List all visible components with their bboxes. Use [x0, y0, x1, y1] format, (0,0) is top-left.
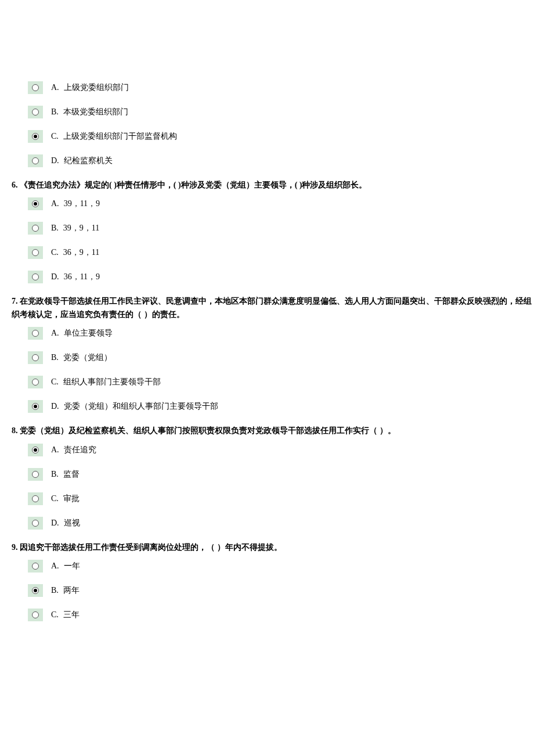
option-text: 两年 [63, 585, 80, 596]
option-text: 组织人事部门主要领导干部 [63, 377, 161, 387]
option-text: 监督 [63, 469, 80, 480]
question: 9. 因追究干部选拔任用工作责任受到调离岗位处理的，（ ）年内不得提拔。 [0, 541, 534, 554]
radio-circle-icon [32, 84, 39, 91]
option-letter: B. [51, 107, 59, 117]
option-row: D. 巡视 [0, 517, 534, 530]
option-text: 上级党委组织部门干部监督机构 [63, 131, 177, 142]
radio-button[interactable] [28, 197, 43, 210]
option-letter: D. [51, 272, 59, 282]
option-row: B. 39，9，11 [0, 222, 534, 235]
radio-button[interactable] [28, 327, 43, 340]
option-letter: D. [51, 519, 59, 528]
question-number: 6. [12, 181, 18, 189]
option-row: A. 责任追究 [0, 444, 534, 456]
radio-button[interactable] [28, 222, 43, 235]
option-letter: A. [51, 329, 59, 338]
option-letter: C. [51, 248, 59, 257]
option-text: 36，11，9 [64, 272, 100, 282]
option-text: 审批 [63, 494, 80, 504]
question-text: 6. 《责任追究办法》规定的( )种责任情形中，( )种涉及党委（党组）主要领导… [0, 179, 534, 192]
radio-dot-icon [34, 589, 37, 592]
option-row: C. 36，9，11 [0, 246, 534, 259]
option-text: 一年 [64, 561, 80, 571]
option-row: C. 审批 [0, 492, 534, 505]
radio-button[interactable] [28, 376, 43, 388]
question-text: 8. 党委（党组）及纪检监察机关、组织人事部门按照职责权限负责对党政领导干部选拔… [0, 424, 534, 437]
option-text: 纪检监察机关 [64, 156, 113, 166]
options-list: A. 单位主要领导B. 党委（党组）C. 组织人事部门主要领导干部D. 党委（党… [0, 327, 534, 413]
option-letter: B. [51, 470, 59, 479]
radio-circle-icon [32, 157, 39, 164]
option-row: A. 一年 [0, 560, 534, 573]
question-body: 《责任追究办法》规定的( )种责任情形中，( )种涉及党委（党组）主要领导，( … [18, 181, 367, 189]
option-row: D. 纪检监察机关 [0, 154, 534, 167]
option-letter: B. [51, 586, 59, 595]
option-text: 单位主要领导 [64, 328, 113, 339]
option-row: C. 上级党委组织部门干部监督机构 [0, 130, 534, 143]
radio-dot-icon [34, 135, 37, 138]
radio-button[interactable] [28, 560, 43, 573]
option-letter: C. [51, 494, 59, 503]
radio-circle-icon [32, 520, 39, 527]
radio-button[interactable] [28, 106, 43, 118]
option-letter: B. [51, 224, 59, 233]
radio-button[interactable] [28, 130, 43, 143]
option-letter: C. [51, 377, 59, 387]
option-row: D. 党委（党组）和组织人事部门主要领导干部 [0, 400, 534, 413]
option-letter: C. [51, 610, 59, 620]
radio-circle-icon [32, 109, 39, 116]
option-text: 党委（党组）和组织人事部门主要领导干部 [64, 401, 218, 412]
question: 6. 《责任追究办法》规定的( )种责任情形中，( )种涉及党委（党组）主要领导… [0, 179, 534, 192]
option-letter: D. [51, 402, 59, 411]
radio-circle-icon [32, 403, 39, 410]
question: 8. 党委（党组）及纪检监察机关、组织人事部门按照职责权限负责对党政领导干部选拔… [0, 424, 534, 437]
radio-circle-icon [32, 587, 39, 594]
question-number: 8. [12, 426, 18, 435]
radio-circle-icon [32, 354, 39, 361]
question-number: 9. [12, 543, 18, 552]
option-row: B. 党委（党组） [0, 351, 534, 364]
radio-circle-icon [32, 133, 39, 140]
option-letter: A. [51, 83, 59, 92]
radio-button[interactable] [28, 246, 43, 259]
option-row: C. 三年 [0, 609, 534, 621]
option-letter: A. [51, 561, 59, 571]
radio-circle-icon [32, 447, 39, 453]
option-letter: C. [51, 132, 59, 141]
radio-dot-icon [34, 202, 37, 206]
radio-button[interactable] [28, 400, 43, 413]
radio-button[interactable] [28, 584, 43, 597]
question: 7. 在党政领导干部选拔任用工作民主评议、民意调查中，本地区本部门群众满意度明显… [0, 295, 534, 321]
radio-circle-icon [32, 611, 39, 618]
radio-button[interactable] [28, 271, 43, 283]
radio-dot-icon [34, 405, 37, 408]
question-body: 因追究干部选拔任用工作责任受到调离岗位处理的，（ ）年内不得提拔。 [18, 543, 282, 552]
radio-button[interactable] [28, 492, 43, 505]
option-row: A. 单位主要领导 [0, 327, 534, 340]
radio-circle-icon [32, 225, 39, 232]
radio-button[interactable] [28, 517, 43, 530]
option-text: 巡视 [64, 518, 80, 528]
options-list: A. 责任追究B. 监督C. 审批D. 巡视 [0, 444, 534, 530]
radio-button[interactable] [28, 468, 43, 481]
option-row: A. 上级党委组织部门 [0, 81, 534, 94]
option-row: D. 36，11，9 [0, 271, 534, 283]
radio-circle-icon [32, 200, 39, 207]
radio-button[interactable] [28, 81, 43, 94]
option-text: 本级党委组织部门 [63, 107, 128, 117]
radio-button[interactable] [28, 351, 43, 364]
radio-circle-icon [32, 495, 39, 502]
option-text: 36，9，11 [63, 247, 99, 258]
radio-button[interactable] [28, 154, 43, 167]
radio-button[interactable] [28, 609, 43, 621]
option-row: C. 组织人事部门主要领导干部 [0, 376, 534, 388]
option-row: B. 两年 [0, 584, 534, 597]
option-text: 党委（党组） [63, 352, 112, 363]
radio-button[interactable] [28, 444, 43, 456]
radio-circle-icon [32, 563, 39, 570]
option-letter: A. [51, 445, 59, 455]
question-text: 7. 在党政领导干部选拔任用工作民主评议、民意调查中，本地区本部门群众满意度明显… [0, 295, 534, 321]
question-text: 9. 因追究干部选拔任用工作责任受到调离岗位处理的，（ ）年内不得提拔。 [0, 541, 534, 554]
options-list: A. 39，11，9B. 39，9，11C. 36，9，11D. 36，11，9 [0, 197, 534, 283]
option-text: 39，11，9 [64, 199, 100, 209]
